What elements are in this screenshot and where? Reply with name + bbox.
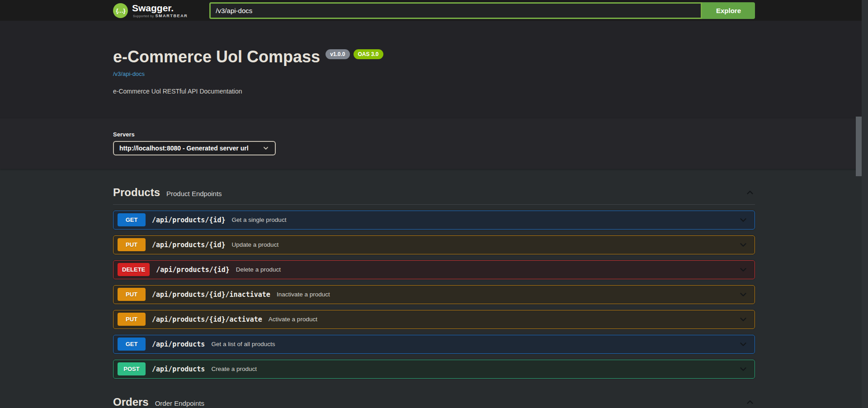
expand-operation-button[interactable] [738, 265, 748, 275]
endpoint-row[interactable]: PUT /api/products/{id} Update a product [113, 235, 755, 254]
server-select-value: http://localhost:8080 - Generated server… [119, 145, 249, 152]
endpoint-row[interactable]: GET /api/products/{id} Get a single prod… [113, 211, 755, 230]
scrollbar-thumb[interactable] [856, 117, 862, 176]
chevron-down-icon [738, 364, 748, 374]
endpoint-summary: Get a single product [232, 216, 287, 223]
expand-operation-button[interactable] [738, 290, 748, 300]
expand-operation-button[interactable] [738, 215, 748, 225]
expand-operation-button[interactable] [738, 314, 748, 324]
method-badge: POST [118, 362, 146, 375]
version-badge: v1.0.0 [326, 49, 349, 59]
server-select[interactable]: http://localhost:8080 - Generated server… [113, 141, 276, 155]
topbar: {…} Swagger. Supported bySMARTBEAR Explo… [0, 0, 868, 21]
chevron-down-icon [738, 265, 748, 275]
servers-label: Servers [113, 131, 755, 138]
page-title: e-Commerce Uol Compass [113, 48, 320, 66]
chevron-up-icon [745, 397, 755, 407]
spec-url-input[interactable] [209, 2, 702, 19]
swagger-logo-text: Swagger. [132, 3, 188, 13]
endpoint-row[interactable]: PUT /api/products/{id}/activate Activate… [113, 310, 755, 329]
api-title-row: e-Commerce Uol Compass v1.0.0 OAS 3.0 [113, 48, 755, 66]
endpoint-path: /api/products/{id}/inactivate [152, 291, 270, 299]
endpoint-path: /api/products [152, 340, 205, 348]
tag-description: Order Endpoints [155, 399, 204, 407]
chevron-up-icon [745, 188, 755, 197]
endpoint-row[interactable]: POST /api/products Create a product [113, 360, 755, 379]
endpoint-path: /api/products/{id} [156, 266, 230, 274]
method-badge: PUT [118, 288, 146, 301]
endpoint-summary: Inactivate a product [277, 291, 330, 298]
explore-button[interactable]: Explore [702, 2, 755, 19]
chevron-down-icon [738, 314, 748, 324]
oas-badge: OAS 3.0 [354, 49, 383, 59]
tag-sections: Products Product Endpoints GET /api/prod… [104, 184, 764, 408]
chevron-down-icon [738, 290, 748, 300]
endpoint-path: /api/products/{id}/activate [152, 315, 262, 324]
chevron-down-icon [738, 240, 748, 250]
method-badge: PUT [118, 238, 146, 251]
tag-description: Product Endpoints [166, 190, 222, 197]
expand-operation-button[interactable] [738, 339, 748, 349]
tag-section: Orders Order Endpoints [113, 394, 755, 408]
tag-title: Products [113, 186, 160, 199]
endpoint-path: /api/products/{id} [152, 216, 226, 224]
operations-list: GET /api/products/{id} Get a single prod… [113, 211, 755, 379]
method-badge: DELETE [118, 263, 150, 276]
endpoint-row[interactable]: GET /api/products Get a list of all prod… [113, 335, 755, 354]
chevron-down-icon [738, 339, 748, 349]
expand-operation-button[interactable] [738, 240, 748, 250]
tag-title: Orders [113, 396, 149, 408]
info-section: e-Commerce Uol Compass v1.0.0 OAS 3.0 /v… [0, 21, 868, 118]
method-badge: PUT [118, 313, 146, 326]
endpoint-row[interactable]: PUT /api/products/{id}/inactivate Inacti… [113, 285, 755, 304]
endpoint-summary: Activate a product [269, 316, 317, 323]
endpoint-summary: Create a product [211, 366, 257, 372]
chevron-down-icon [738, 215, 748, 225]
endpoint-summary: Update a product [232, 241, 279, 248]
tag-header[interactable]: Orders Order Endpoints [113, 394, 755, 408]
swagger-logo-tagline: Supported bySMARTBEAR [132, 14, 188, 18]
endpoint-row[interactable]: DELETE /api/products/{id} Delete a produ… [113, 260, 755, 279]
endpoint-summary: Get a list of all products [211, 341, 275, 347]
smartbear-brand: SMARTBEAR [155, 14, 188, 18]
swagger-logo-icon: {…} [113, 3, 128, 18]
tagline-prefix: Supported by [133, 14, 154, 18]
swagger-logo[interactable]: {…} Swagger. Supported bySMARTBEAR [113, 3, 188, 18]
operations-area: Products Product Endpoints GET /api/prod… [0, 169, 868, 408]
method-badge: GET [118, 338, 146, 351]
download-url-form: Explore [209, 2, 755, 19]
scheme-container: Servers http://localhost:8080 - Generate… [0, 118, 868, 169]
window-edge [862, 0, 868, 408]
expand-operation-button[interactable] [738, 364, 748, 374]
endpoint-summary: Delete a product [236, 266, 281, 273]
tag-header[interactable]: Products Product Endpoints [113, 184, 755, 205]
endpoint-path: /api/products [152, 365, 205, 373]
endpoint-path: /api/products/{id} [152, 241, 226, 249]
spec-link[interactable]: /v3/api-docs [113, 70, 145, 77]
collapse-section-button[interactable] [745, 188, 755, 197]
api-description: e-Commerce Uol RESTful API Documentation [113, 88, 755, 95]
collapse-section-button[interactable] [745, 397, 755, 407]
tag-section: Products Product Endpoints GET /api/prod… [113, 184, 755, 379]
chevron-down-icon [262, 145, 269, 152]
method-badge: GET [118, 213, 146, 226]
